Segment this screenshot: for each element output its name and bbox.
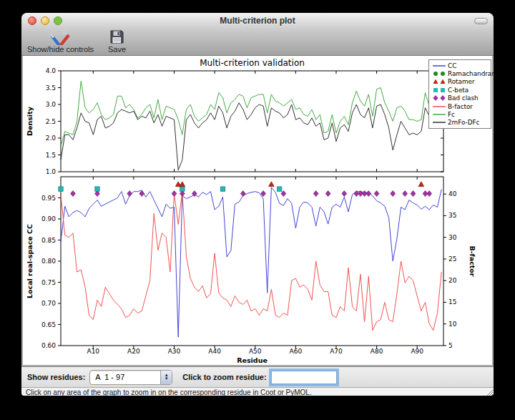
legend-entry-label: CC — [448, 62, 456, 69]
show-residues-label: Show residues: — [27, 373, 85, 381]
legend-entry: Rotamer — [431, 78, 491, 86]
svg-text:A30: A30 — [168, 348, 181, 355]
legend-entry: C-beta — [431, 86, 491, 94]
show-hide-controls-button[interactable]: Show/hide controls — [27, 29, 94, 54]
legend-entry: 2mFo-DFc — [431, 119, 491, 127]
svg-text:Local real-space CC: Local real-space CC — [26, 224, 34, 298]
save-label: Save — [108, 45, 126, 54]
title-bar[interactable]: Multi-criterion plot — [21, 13, 494, 29]
legend-squares-icon — [431, 87, 448, 94]
svg-text:A50: A50 — [249, 348, 262, 355]
svg-text:A40: A40 — [208, 348, 221, 355]
show-hide-controls-label: Show/hide controls — [27, 45, 94, 54]
legend-entry: Fc — [431, 110, 491, 118]
svg-text:2.5: 2.5 — [46, 118, 56, 125]
svg-text:A90: A90 — [411, 348, 423, 355]
legend-entry-label: Bad clash — [448, 94, 479, 102]
resize-grip-icon[interactable] — [486, 389, 493, 396]
status-message: Click on any area of the graph to zoom i… — [21, 389, 312, 396]
status-bar: Click on any area of the graph to zoom i… — [21, 387, 494, 396]
zoom-residue-input[interactable] — [271, 371, 337, 384]
toolbar: Show/hide controls Save — [21, 29, 494, 56]
legend-entry-label: B-factor — [448, 103, 473, 110]
svg-text:1.5: 1.5 — [46, 152, 56, 159]
svg-text:3.0: 3.0 — [46, 101, 57, 108]
svg-text:40: 40 — [448, 190, 457, 197]
svg-text:0.80: 0.80 — [41, 258, 56, 265]
floppy-save-icon — [109, 29, 124, 45]
legend-line-icon — [431, 103, 448, 110]
legend-entry: Ramachandran — [431, 69, 491, 77]
toolbar-toggle-pill[interactable] — [474, 18, 488, 24]
zoom-residue-label: Click to zoom residue: — [182, 373, 266, 381]
svg-text:5: 5 — [448, 342, 453, 349]
residue-range-value: A 1 - 97 — [90, 373, 160, 381]
svg-text:Multi-criterion validation: Multi-criterion validation — [200, 58, 305, 68]
legend-line-icon — [431, 119, 448, 126]
svg-text:15: 15 — [448, 298, 456, 306]
svg-text:2.0: 2.0 — [46, 135, 57, 142]
svg-text:20: 20 — [448, 277, 457, 284]
svg-text:35: 35 — [448, 212, 456, 219]
svg-text:A80: A80 — [371, 348, 383, 355]
svg-text:30: 30 — [448, 234, 457, 241]
svg-text:25: 25 — [448, 255, 456, 263]
legend-entry-label: Rotamer — [448, 78, 475, 85]
tools-icon — [51, 29, 69, 45]
svg-text:A10: A10 — [87, 348, 99, 355]
legend-entry: CC — [431, 62, 491, 69]
window-title: Multi-criterion plot — [21, 16, 494, 26]
legend-diamonds-icon — [431, 94, 448, 102]
svg-text:0.95: 0.95 — [41, 195, 56, 202]
svg-text:0.90: 0.90 — [41, 215, 56, 223]
svg-text:0.60: 0.60 — [41, 342, 56, 349]
legend-entry: Bad clash — [431, 94, 491, 102]
controls-bar: Show residues: A 1 - 97 ▲▼ Click to zoom… — [21, 366, 494, 387]
plot-legend: CCRamachandranRotamerC-betaBad clashB-fa… — [428, 59, 491, 129]
svg-text:0.70: 0.70 — [41, 300, 56, 307]
svg-text:1.0: 1.0 — [46, 168, 57, 175]
svg-text:4.0: 4.0 — [46, 67, 57, 74]
svg-text:3.5: 3.5 — [46, 84, 56, 92]
svg-text:A20: A20 — [127, 348, 140, 355]
multi-criterion-plot-window: Multi-criterion plot Show/hide controls — [21, 13, 494, 396]
svg-text:Density: Density — [26, 106, 34, 136]
plot-figure[interactable]: Multi-criterion validationDensityLocal r… — [23, 56, 492, 365]
residue-range-select[interactable]: A 1 - 97 ▲▼ — [89, 370, 172, 385]
svg-text:0.65: 0.65 — [41, 321, 56, 328]
legend-line-icon — [431, 62, 448, 69]
legend-entry-label: C-beta — [448, 87, 469, 94]
svg-text:A60: A60 — [290, 348, 303, 355]
svg-text:A70: A70 — [330, 348, 343, 355]
legend-line-icon — [431, 111, 448, 118]
stepper-arrows-icon[interactable]: ▲▼ — [160, 371, 172, 384]
svg-text:10: 10 — [448, 321, 457, 328]
save-button[interactable]: Save — [108, 29, 126, 54]
legend-triangles-icon — [431, 78, 448, 85]
legend-entry: B-factor — [431, 102, 491, 110]
svg-text:0.85: 0.85 — [41, 237, 56, 244]
svg-text:0.75: 0.75 — [41, 279, 56, 286]
multi-criterion-chart[interactable]: Multi-criterion validationDensityLocal r… — [23, 56, 492, 365]
legend-entry-label: Ramachandran — [448, 70, 494, 77]
svg-text:Residue: Residue — [237, 356, 268, 364]
svg-text:B-factor: B-factor — [469, 245, 476, 276]
legend-entry-label: 2mFo-DFc — [448, 119, 479, 126]
legend-circles-icon — [431, 70, 448, 77]
legend-entry-label: Fc — [448, 111, 455, 118]
